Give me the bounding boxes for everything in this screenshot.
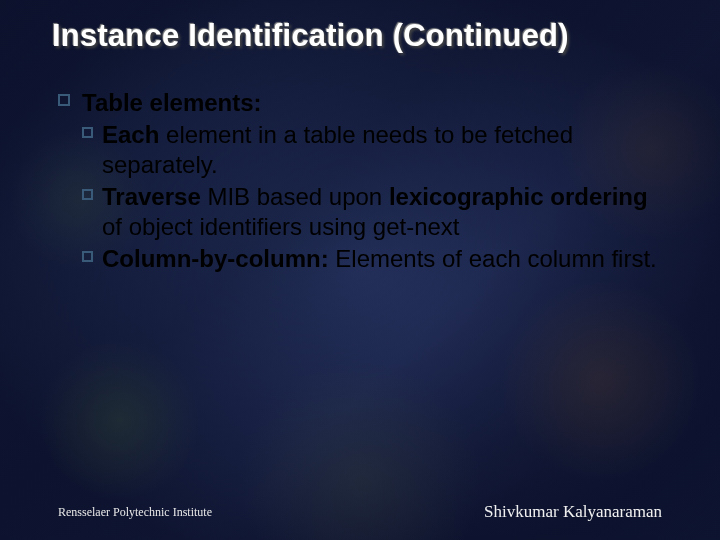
- slide-title: Instance Identification (Continued): [52, 18, 680, 54]
- bullet-em: lexicographic ordering: [389, 183, 648, 210]
- bullet-level2: Traverse MIB based upon lexicographic or…: [82, 182, 662, 242]
- slide: Instance Identification (Continued) Tabl…: [0, 0, 720, 540]
- bullet-rest: of object identifiers using get-next: [102, 213, 460, 240]
- bullet-level2: Each element in a table needs to be fetc…: [82, 120, 662, 180]
- sub-bullets: Each element in a table needs to be fetc…: [58, 120, 662, 274]
- footer-left: Rensselaer Polytechnic Institute: [58, 505, 212, 520]
- bullet-lead: Traverse: [102, 183, 201, 210]
- bullet-level2: Column-by-column: Elements of each colum…: [82, 244, 662, 274]
- bullet-mid: MIB based upon: [201, 183, 389, 210]
- bullet-rest: Elements of each column first.: [329, 245, 657, 272]
- bullet-level1: Table elements:: [58, 88, 662, 118]
- slide-body: Table elements: Each element in a table …: [58, 88, 662, 276]
- bullet-lead: Each: [102, 121, 159, 148]
- footer-right: Shivkumar Kalyanaraman: [484, 502, 662, 522]
- bullet-text: Table elements:: [82, 89, 262, 116]
- bullet-rest: element in a table needs to be fetched s…: [102, 121, 573, 178]
- bullet-lead: Column-by-column:: [102, 245, 329, 272]
